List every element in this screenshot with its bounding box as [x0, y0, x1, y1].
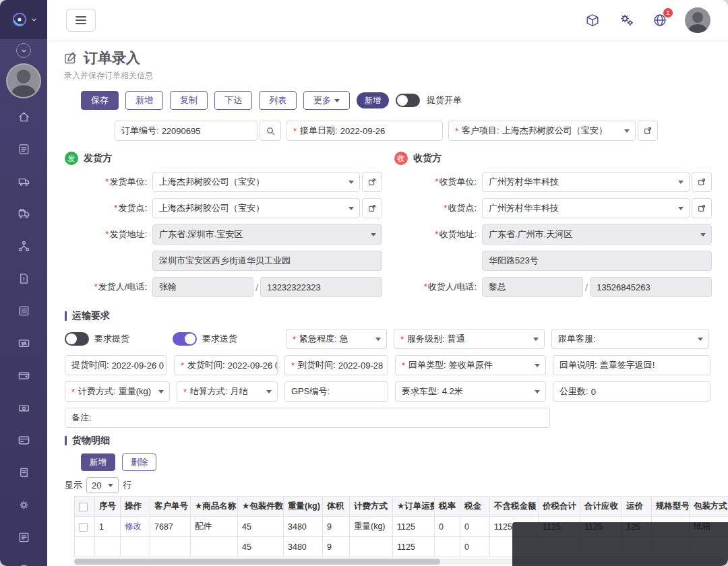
- sidebar-item-billing-card[interactable]: [15, 431, 32, 449]
- service-level-select[interactable]: *服务级别:普通: [394, 329, 545, 349]
- summary-weight: 3480: [284, 537, 323, 557]
- gps-number-field[interactable]: GPS编号:: [284, 381, 388, 402]
- shipper-address-detail-input[interactable]: 深圳市宝安区西乡街道华贝工业园: [152, 251, 382, 271]
- settlement-select[interactable]: *结算方式:月结: [177, 381, 278, 402]
- sidebar-item-waybill-list[interactable]: [15, 302, 32, 319]
- shipper-point-select[interactable]: 上海杰邦树胶公司（宝安）: [152, 198, 360, 218]
- sidebar-item-invoice[interactable]: [15, 464, 32, 481]
- order-number-field[interactable]: 订单编号: 22090695: [115, 121, 257, 141]
- remark-field[interactable]: 备注:: [65, 408, 550, 428]
- topbar-user-avatar[interactable]: [685, 7, 710, 33]
- receipt-note-label: 回单说明:: [559, 359, 597, 371]
- sidebar-item-payments[interactable]: [15, 334, 32, 352]
- list-button[interactable]: 列表: [259, 91, 297, 110]
- ship-time-field[interactable]: *发货时间:2022-09-26 0: [174, 355, 278, 375]
- caret-down-icon: [348, 207, 354, 210]
- receipt-note-field[interactable]: 回单说明:盖章签字返回!: [553, 355, 710, 375]
- shipper-region-select[interactable]: 广东省.深圳市.宝安区: [152, 224, 382, 245]
- required-marker: *: [183, 387, 187, 397]
- order-search-button[interactable]: [260, 121, 281, 141]
- add-button[interactable]: 新增: [125, 91, 163, 110]
- receiver-unit-value: 广州芳村华丰科技: [489, 176, 559, 188]
- customer-project-link-button[interactable]: [638, 121, 658, 141]
- more-button[interactable]: 更多: [303, 91, 350, 110]
- customer-project-select[interactable]: * 客户项目: 上海杰邦树胶公司（宝安）: [448, 121, 636, 141]
- issue-button[interactable]: 下达: [214, 91, 252, 110]
- sidebar-item-network[interactable]: [15, 237, 32, 255]
- goods-add-button[interactable]: 新增: [81, 453, 115, 471]
- copy-button[interactable]: 复制: [170, 91, 208, 110]
- col-product: ★商品名称: [191, 497, 238, 517]
- label-text: 收货点:: [448, 203, 477, 213]
- sidebar-item-fleet-truck[interactable]: [15, 205, 32, 222]
- sidebar-item-dashboard[interactable]: [15, 108, 32, 125]
- order-number-row: 订单编号: 22090695 * 接单日期: 2022-09-26 * 客户项目…: [115, 121, 712, 141]
- receiver-contact-input[interactable]: 黎总: [482, 277, 583, 297]
- topbar-actions: 1: [584, 7, 710, 33]
- kilometers-field[interactable]: 公里数:0: [553, 381, 710, 402]
- app-logo[interactable]: [0, 0, 47, 39]
- billing-method-select[interactable]: *计费方式:重量(kg): [65, 381, 170, 402]
- shipper-unit-select[interactable]: 上海杰邦树胶公司（宝安）: [152, 172, 360, 192]
- sidebar-item-exception-doc[interactable]: [15, 270, 32, 287]
- shipper-point-link-button[interactable]: [362, 198, 382, 218]
- required-marker: *: [402, 360, 405, 371]
- receiver-address-detail-input[interactable]: 华阳路523号: [482, 251, 712, 271]
- settings-button[interactable]: [617, 11, 635, 29]
- col-customer-no: 客户单号: [150, 497, 191, 517]
- urgency-select[interactable]: *紧急程度:急: [286, 329, 387, 349]
- row-checkbox[interactable]: [79, 523, 88, 532]
- receiver-region-select[interactable]: 广东省.广州市.天河区: [482, 224, 712, 245]
- sidebar-item-delivery-van[interactable]: [15, 172, 32, 190]
- shipper-unit-link-button[interactable]: [362, 172, 382, 192]
- required-marker: *: [71, 387, 75, 397]
- payments-icon: [18, 337, 30, 350]
- urgency-value: 急: [340, 333, 348, 345]
- add-badge[interactable]: 新增: [357, 92, 389, 108]
- receiver-point-link-button[interactable]: [692, 198, 712, 218]
- page-size-select[interactable]: 20: [86, 477, 119, 493]
- require-delivery-toggle[interactable]: [173, 332, 197, 346]
- pickup-billing-toggle[interactable]: [396, 94, 420, 107]
- sidebar-item-finance[interactable]: [15, 561, 32, 566]
- required-marker: *: [444, 203, 447, 213]
- section-bar-icon: [65, 436, 67, 445]
- goods-toolbar: 新增 删除: [81, 453, 712, 471]
- vehicle-type-select[interactable]: 要求车型:4.2米: [395, 381, 546, 402]
- save-button[interactable]: 保存: [81, 91, 119, 110]
- require-pickup-toggle[interactable]: [65, 332, 89, 346]
- scrollbar-thumb[interactable]: [74, 559, 440, 565]
- sidebar-item-records[interactable]: [15, 528, 32, 546]
- caret-down-icon: [535, 364, 540, 367]
- external-link-icon: [367, 177, 377, 187]
- receiver-point-select[interactable]: 广州芳村华丰科技: [482, 198, 690, 218]
- shipper-phone-input[interactable]: 13232322323: [260, 277, 382, 297]
- receiver-unit-select[interactable]: 广州芳村华丰科技: [482, 172, 690, 192]
- sidebar-item-order-entry[interactable]: [15, 140, 32, 158]
- follow-up-select[interactable]: 跟单客服:: [551, 329, 709, 349]
- receipt-type-select[interactable]: *回单类型:签收单原件: [395, 355, 546, 375]
- receiver-phone-input[interactable]: 13526845263: [590, 277, 712, 297]
- receiver-unit-link-button[interactable]: [692, 172, 712, 192]
- menu-toggle-button[interactable]: [66, 9, 96, 32]
- sidebar-item-maintenance[interactable]: [15, 496, 32, 513]
- pickup-time-field[interactable]: 提货时间:2022-09-26 0: [65, 355, 167, 375]
- required-marker: *: [291, 360, 295, 371]
- records-icon: [18, 531, 30, 544]
- sidebar-item-cash[interactable]: [15, 399, 32, 416]
- invoice-icon: [18, 466, 30, 479]
- accept-date-field[interactable]: * 接单日期: 2022-09-26: [286, 121, 443, 141]
- arrive-time-label: 到货时间:: [298, 359, 336, 371]
- package-button[interactable]: [584, 11, 601, 29]
- profile-collapse-button[interactable]: [16, 43, 31, 58]
- receiver-point-value: 广州芳村华丰科技: [489, 202, 559, 214]
- select-all-checkbox[interactable]: [79, 503, 88, 511]
- goods-delete-button[interactable]: 删除: [122, 453, 156, 471]
- shipper-contact-input[interactable]: 张翰: [152, 277, 253, 297]
- edit-row-link[interactable]: 修改: [125, 522, 142, 531]
- notifications-button[interactable]: 1: [651, 11, 669, 29]
- pickup-time-label: 提货时间:: [71, 359, 109, 371]
- sidebar-item-wallet[interactable]: [15, 367, 32, 384]
- sidebar-user-avatar[interactable]: [6, 63, 41, 98]
- arrive-time-field[interactable]: *到货时间:2022-09-28: [284, 355, 388, 375]
